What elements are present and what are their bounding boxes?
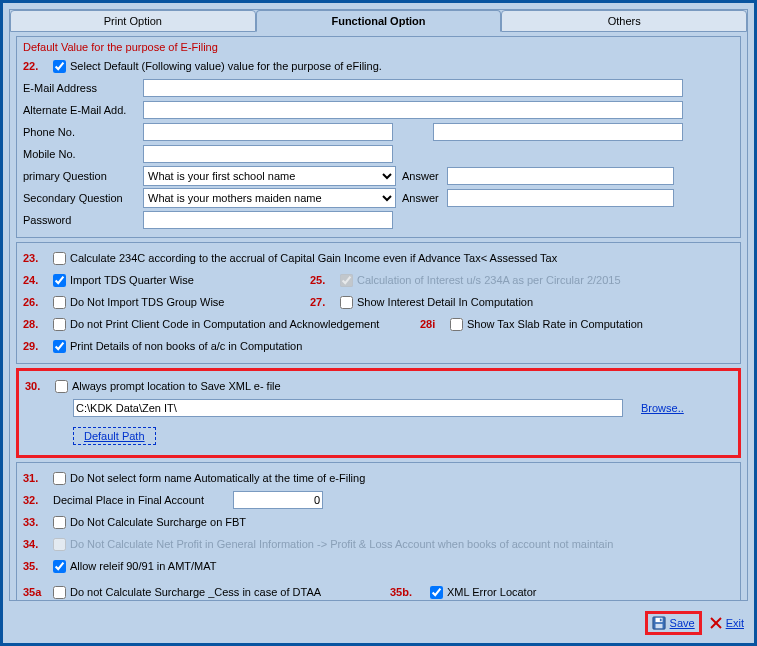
secondary-question-label: Secondary Question bbox=[23, 192, 143, 204]
opt-34-checkbox bbox=[53, 538, 66, 551]
opt-35-label: Allow releif 90/91 in AMT/MAT bbox=[70, 560, 217, 572]
mobile-input[interactable] bbox=[143, 145, 393, 163]
opt-32-number: 32. bbox=[23, 494, 53, 506]
secondary-question-select[interactable]: What is your mothers maiden name bbox=[143, 188, 396, 208]
opt-26-number: 26. bbox=[23, 296, 53, 308]
opt-28i-label: Show Tax Slab Rate in Computation bbox=[467, 318, 643, 330]
opt-22-number: 22. bbox=[23, 60, 53, 72]
opt-35-number: 35. bbox=[23, 560, 53, 572]
primary-answer-input[interactable] bbox=[447, 167, 674, 185]
opt-35a-label: Do not Calculate Surcharge _Cess in case… bbox=[70, 586, 390, 598]
tab-functional-option[interactable]: Functional Option bbox=[256, 10, 502, 32]
tab-others[interactable]: Others bbox=[501, 10, 747, 32]
opt-22-checkbox[interactable] bbox=[53, 60, 66, 73]
window-frame: Print Option Functional Option Others De… bbox=[0, 0, 757, 646]
opt-32-label: Decimal Place in Final Account bbox=[53, 494, 233, 506]
opt-22-label: Select Default (Following value) value f… bbox=[70, 60, 382, 72]
efiling-default-group: Default Value for the purpose of E-Filin… bbox=[16, 36, 741, 238]
opt-31-checkbox[interactable] bbox=[53, 472, 66, 485]
secondary-answer-label: Answer bbox=[402, 192, 439, 204]
opt-26-label: Do Not Import TDS Group Wise bbox=[70, 296, 310, 308]
tab-print-option[interactable]: Print Option bbox=[10, 10, 256, 32]
close-icon bbox=[710, 617, 722, 629]
opt-33-checkbox[interactable] bbox=[53, 516, 66, 529]
primary-question-select[interactable]: What is your first school name bbox=[143, 166, 396, 186]
opt-35a-number: 35a bbox=[23, 586, 53, 598]
phone-input[interactable] bbox=[143, 123, 393, 141]
mobile-label: Mobile No. bbox=[23, 148, 143, 160]
opt-34-number: 34. bbox=[23, 538, 53, 550]
opt-25-checkbox bbox=[340, 274, 353, 287]
email-label: E-Mail Address bbox=[23, 82, 143, 94]
option-30-highlight-box: 30. Always prompt location to Save XML e… bbox=[16, 368, 741, 458]
xml-path-input[interactable] bbox=[73, 399, 623, 417]
opt-27-label: Show Interest Detail In Computation bbox=[357, 296, 533, 308]
opt-35a-checkbox[interactable] bbox=[53, 586, 66, 599]
alt-email-input[interactable] bbox=[143, 101, 683, 119]
save-icon bbox=[652, 616, 666, 630]
email-input[interactable] bbox=[143, 79, 683, 97]
phone-label: Phone No. bbox=[23, 126, 143, 138]
opt-33-label: Do Not Calculate Surcharge on FBT bbox=[70, 516, 246, 528]
primary-answer-label: Answer bbox=[402, 170, 439, 182]
opt-34-label: Do Not Calculate Net Profit in General I… bbox=[70, 538, 613, 550]
inner-panel: Print Option Functional Option Others De… bbox=[9, 9, 748, 601]
opt-29-label: Print Details of non books of a/c in Com… bbox=[70, 340, 302, 352]
opt-25-number: 25. bbox=[310, 274, 340, 286]
password-input[interactable] bbox=[143, 211, 393, 229]
options-23-29-group: 23. Calculate 234C according to the accr… bbox=[16, 242, 741, 364]
opt-35b-label: XML Error Locator bbox=[447, 586, 536, 598]
opt-27-checkbox[interactable] bbox=[340, 296, 353, 309]
opt-29-checkbox[interactable] bbox=[53, 340, 66, 353]
opt-24-label: Import TDS Quarter Wise bbox=[70, 274, 310, 286]
opt-31-label: Do Not select form name Automatically at… bbox=[70, 472, 365, 484]
tab-body: Default Value for the purpose of E-Filin… bbox=[10, 32, 747, 600]
svg-rect-2 bbox=[655, 624, 662, 628]
footer-buttons: Save Exit bbox=[645, 611, 744, 635]
opt-25-label: Calculation of Interest u/s 234A as per … bbox=[357, 274, 621, 286]
save-button[interactable]: Save bbox=[670, 617, 695, 629]
opt-28-label: Do not Print Client Code in Computation … bbox=[70, 318, 420, 330]
opt-23-checkbox[interactable] bbox=[53, 252, 66, 265]
tab-bar: Print Option Functional Option Others bbox=[10, 10, 747, 32]
opt-30-label: Always prompt location to Save XML e- fi… bbox=[72, 380, 281, 392]
options-31-35-group: 31. Do Not select form name Automaticall… bbox=[16, 462, 741, 600]
opt-28-checkbox[interactable] bbox=[53, 318, 66, 331]
opt-26-checkbox[interactable] bbox=[53, 296, 66, 309]
opt-30-number: 30. bbox=[25, 380, 55, 392]
svg-rect-3 bbox=[659, 619, 661, 622]
opt-29-number: 29. bbox=[23, 340, 53, 352]
opt-35b-checkbox[interactable] bbox=[430, 586, 443, 599]
opt-31-number: 31. bbox=[23, 472, 53, 484]
default-path-button[interactable]: Default Path bbox=[73, 427, 156, 445]
exit-button[interactable]: Exit bbox=[726, 617, 744, 629]
opt-28i-checkbox[interactable] bbox=[450, 318, 463, 331]
opt-23-label: Calculate 234C according to the accrual … bbox=[70, 252, 557, 264]
group-title: Default Value for the purpose of E-Filin… bbox=[23, 41, 734, 53]
opt-23-number: 23. bbox=[23, 252, 53, 264]
opt-28i-number: 28i bbox=[420, 318, 450, 330]
password-label: Password bbox=[23, 214, 143, 226]
opt-33-number: 33. bbox=[23, 516, 53, 528]
primary-question-label: primary Question bbox=[23, 170, 143, 182]
opt-28-number: 28. bbox=[23, 318, 53, 330]
decimal-place-input[interactable] bbox=[233, 491, 323, 509]
opt-24-number: 24. bbox=[23, 274, 53, 286]
phone-input-2[interactable] bbox=[433, 123, 683, 141]
opt-27-number: 27. bbox=[310, 296, 340, 308]
save-highlight-box: Save bbox=[645, 611, 702, 635]
opt-24-checkbox[interactable] bbox=[53, 274, 66, 287]
secondary-answer-input[interactable] bbox=[447, 189, 674, 207]
opt-35b-number: 35b. bbox=[390, 586, 430, 598]
opt-35-checkbox[interactable] bbox=[53, 560, 66, 573]
browse-link[interactable]: Browse.. bbox=[641, 402, 684, 414]
opt-30-checkbox[interactable] bbox=[55, 380, 68, 393]
alt-email-label: Alternate E-Mail Add. bbox=[23, 104, 143, 116]
